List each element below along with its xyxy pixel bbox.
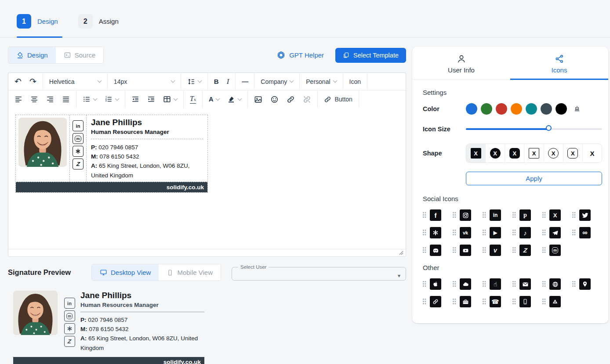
icon-insert-button[interactable]: Icon	[345, 73, 365, 90]
drag-handle[interactable]	[423, 281, 426, 287]
table-button[interactable]	[159, 90, 181, 108]
gpt-helper-link[interactable]: GPT Helper	[276, 50, 324, 60]
social-icon-twitter[interactable]	[572, 209, 602, 221]
insert-button-button[interactable]: Button	[320, 90, 356, 108]
step-tab-design[interactable]: 1 Design	[17, 14, 58, 29]
social-icon-google-play[interactable]: ▶	[483, 227, 512, 238]
color-swatch-orange[interactable]	[511, 103, 522, 115]
insert-link-button[interactable]	[283, 90, 299, 108]
social-icon-linkedin[interactable]: in	[483, 209, 512, 221]
drag-handle[interactable]	[542, 230, 546, 236]
resize-handle[interactable]	[399, 251, 403, 255]
social-icon-tiktok[interactable]: ♪	[512, 227, 542, 238]
social-icon-yelp[interactable]	[423, 227, 453, 238]
social-icon-meta[interactable]: ∞	[572, 227, 602, 238]
italic-button[interactable]: I	[223, 73, 233, 90]
slider-thumb[interactable]	[546, 125, 552, 131]
color-swatch-slate[interactable]	[541, 103, 552, 115]
social-icon-youtube[interactable]	[453, 245, 483, 256]
drag-handle[interactable]	[512, 299, 516, 305]
insert-image-button[interactable]	[250, 90, 266, 108]
shape-option-none[interactable]: X	[583, 144, 602, 162]
insert-emoji-button[interactable]	[266, 90, 283, 108]
social-icon-discord[interactable]	[423, 245, 453, 256]
desktop-view-button[interactable]: Desktop View	[92, 264, 159, 281]
other-icon-hand[interactable]: ☝	[483, 278, 512, 290]
drag-handle[interactable]	[512, 230, 516, 236]
drag-handle[interactable]	[512, 247, 516, 253]
other-icon-website[interactable]	[542, 278, 572, 290]
drag-handle[interactable]	[542, 299, 546, 305]
social-icon-vk[interactable]: vk	[453, 227, 483, 238]
drag-handle[interactable]	[453, 281, 456, 287]
custom-color-brush-icon[interactable]	[573, 105, 581, 113]
drag-handle[interactable]	[453, 212, 456, 218]
company-fields-dropdown[interactable]: Company	[257, 73, 297, 90]
drag-handle[interactable]	[483, 212, 486, 218]
align-center-button[interactable]	[26, 90, 42, 108]
color-swatch-green[interactable]	[481, 103, 492, 115]
bold-button[interactable]: B	[210, 73, 223, 90]
justify-button[interactable]	[58, 90, 74, 108]
drag-handle[interactable]	[512, 212, 516, 218]
social-icon-x[interactable]: X	[542, 209, 572, 221]
shape-option-rounded-square[interactable]: X	[505, 144, 524, 162]
other-icon-link[interactable]	[423, 296, 453, 307]
unlink-button[interactable]	[299, 90, 315, 108]
drag-handle[interactable]	[483, 281, 486, 287]
align-right-button[interactable]	[42, 90, 58, 108]
social-icon-mastodon[interactable]: m	[542, 245, 572, 256]
shape-option-square[interactable]: X	[466, 144, 486, 162]
select-user-dropdown[interactable]: Select User ▾	[232, 264, 406, 281]
align-left-button[interactable]	[11, 90, 26, 108]
drag-handle[interactable]	[453, 299, 456, 305]
drag-handle[interactable]	[572, 212, 576, 218]
social-icon-vimeo[interactable]: v	[483, 245, 512, 256]
color-swatch-red[interactable]	[496, 103, 507, 115]
shape-option-square-outline[interactable]: X	[524, 144, 544, 162]
drag-handle[interactable]	[542, 281, 546, 287]
other-icon-email[interactable]	[512, 278, 542, 290]
drag-handle[interactable]	[423, 212, 426, 218]
personal-fields-dropdown[interactable]: Personal	[302, 73, 340, 90]
select-template-button[interactable]: Select Template	[335, 48, 406, 63]
bullet-list-button[interactable]	[79, 90, 101, 108]
other-icon-cloud[interactable]	[453, 278, 483, 290]
design-mode-button[interactable]: Design	[8, 47, 56, 63]
other-icon-briefcase[interactable]	[453, 296, 483, 307]
horizontal-rule-button[interactable]: —	[238, 73, 252, 90]
drag-handle[interactable]	[572, 230, 576, 236]
drag-handle[interactable]	[423, 230, 426, 236]
tab-icons[interactable]: Icons	[510, 54, 608, 80]
line-height-dropdown[interactable]	[183, 73, 205, 90]
social-icon-telegram[interactable]	[542, 227, 572, 238]
highlight-color-dropdown[interactable]	[223, 90, 245, 108]
drag-handle[interactable]	[423, 299, 426, 305]
tab-user-info[interactable]: User Info	[412, 54, 510, 80]
other-icon-apple[interactable]	[423, 278, 453, 290]
indent-button[interactable]	[143, 90, 159, 108]
step-tab-assign[interactable]: 2 Assign	[78, 14, 119, 29]
editor-canvas[interactable]: in m Z Jane Phillips Human Resources Man…	[8, 115, 406, 249]
mobile-view-button[interactable]: Mobile View	[159, 264, 221, 281]
drag-handle[interactable]	[423, 247, 426, 253]
other-icon-google-drive[interactable]	[542, 296, 572, 307]
social-icon-instagram[interactable]	[453, 209, 483, 221]
other-icon-location[interactable]	[572, 278, 602, 290]
drag-handle[interactable]	[512, 281, 516, 287]
drag-handle[interactable]	[483, 230, 486, 236]
drag-handle[interactable]	[453, 230, 456, 236]
apply-button[interactable]: Apply	[466, 172, 602, 185]
redo-button[interactable]: ↷	[25, 73, 40, 90]
social-icon-facebook[interactable]: f	[423, 209, 453, 221]
other-icon-phone[interactable]: ☎	[483, 296, 512, 307]
color-swatch-black[interactable]	[556, 103, 567, 115]
social-icon-zillow[interactable]: Z	[512, 245, 542, 256]
drag-handle[interactable]	[542, 212, 546, 218]
shape-option-circle-outline[interactable]: X	[544, 144, 563, 162]
drag-handle[interactable]	[542, 247, 546, 253]
color-swatch-blue[interactable]	[466, 103, 477, 115]
drag-handle[interactable]	[572, 281, 576, 287]
font-family-dropdown[interactable]: Helvetica	[45, 73, 105, 90]
outdent-button[interactable]	[127, 90, 143, 108]
